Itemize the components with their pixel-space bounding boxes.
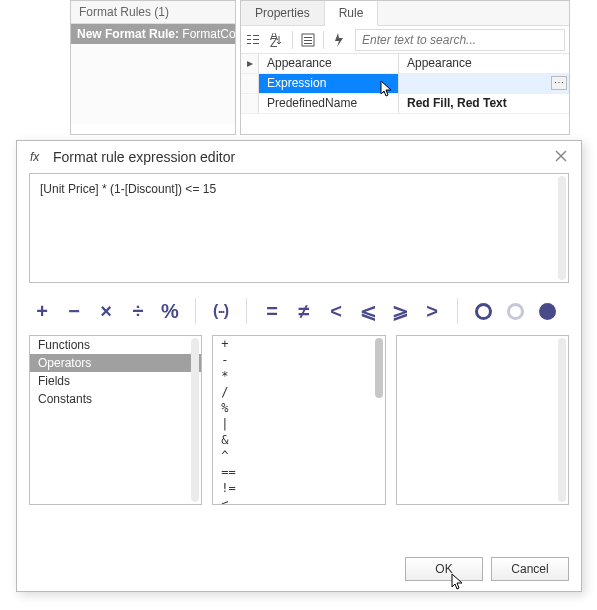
format-rules-header: Format Rules (1) — [71, 1, 235, 24]
op-lessequal-button[interactable]: ⩽ — [355, 298, 381, 324]
op-and-button[interactable] — [470, 303, 496, 320]
rule-item-type: FormatCon — [179, 27, 235, 41]
op-less-button[interactable]: < — [323, 298, 349, 324]
op-percent-button[interactable]: % — [157, 298, 183, 324]
tab-rule[interactable]: Rule — [325, 1, 379, 26]
ok-button[interactable]: OK — [405, 557, 483, 581]
svg-rect-0 — [247, 35, 251, 36]
scrollbar[interactable] — [558, 176, 566, 280]
dialog-title: Format rule expression editor — [53, 149, 235, 165]
category-item-fields[interactable]: Fields — [30, 372, 201, 390]
list-item[interactable]: & — [213, 432, 384, 448]
grid-row-appearance[interactable]: ▸ Appearance Appearance — [241, 54, 569, 74]
grid-key: PredefinedName — [259, 94, 399, 113]
op-multiply-button[interactable]: × — [93, 298, 119, 324]
grid-val: Appearance — [399, 54, 569, 73]
svg-rect-3 — [253, 35, 259, 36]
operator-toolbar: + − × ÷ % (•••) = ≠ < ⩽ ⩾ > — [29, 295, 569, 327]
categorized-icon[interactable] — [242, 29, 264, 51]
svg-rect-11 — [304, 43, 312, 44]
scrollbar-thumb[interactable] — [375, 338, 383, 398]
svg-text:fx: fx — [30, 150, 40, 164]
list-item[interactable]: == — [213, 464, 384, 480]
op-minus-button[interactable]: − — [61, 298, 87, 324]
category-item-functions[interactable]: Functions — [30, 336, 201, 354]
svg-rect-5 — [253, 43, 259, 44]
cancel-button[interactable]: Cancel — [491, 557, 569, 581]
op-parentheses-button[interactable]: (•••) — [208, 298, 234, 324]
list-item[interactable]: % — [213, 400, 384, 416]
svg-rect-4 — [253, 39, 259, 40]
list-item[interactable]: + — [213, 336, 384, 352]
svg-rect-9 — [304, 37, 312, 38]
expression-text: [Unit Price] * (1-[Discount]) <= 15 — [40, 182, 216, 196]
expand-arrow-icon[interactable]: ▸ — [241, 54, 259, 73]
property-grid-panel: Properties Rule AZ ▸ Appearance — [240, 0, 570, 135]
grid-key: Expression — [259, 74, 399, 93]
op-divide-button[interactable]: ÷ — [125, 298, 151, 324]
list-item[interactable]: - — [213, 352, 384, 368]
category-item-operators[interactable]: Operators — [30, 354, 201, 372]
grid-key: Appearance — [259, 54, 399, 73]
tab-properties[interactable]: Properties — [241, 1, 325, 25]
alphabetical-icon[interactable]: AZ — [266, 29, 288, 51]
scrollbar[interactable] — [558, 338, 566, 502]
list-item[interactable]: / — [213, 384, 384, 400]
grid-row-predefinedname[interactable]: PredefinedName Red Fill, Red Text — [241, 94, 569, 114]
expression-editor-icon: fx — [29, 149, 45, 165]
svg-text:Z: Z — [270, 36, 277, 47]
op-notequal-button[interactable]: ≠ — [291, 298, 317, 324]
list-item[interactable]: < — [213, 496, 384, 505]
list-item[interactable]: != — [213, 480, 384, 496]
svg-rect-2 — [247, 43, 251, 44]
scrollbar[interactable] — [191, 338, 199, 502]
expression-editor-dialog: fx Format rule expression editor [Unit P… — [16, 140, 582, 592]
format-rules-panel: Format Rules (1) New Format Rule: Format… — [70, 0, 236, 135]
grid-val[interactable]: ⋯ — [399, 74, 569, 93]
events-icon[interactable] — [328, 29, 350, 51]
list-item[interactable]: ^ — [213, 448, 384, 464]
expression-textarea[interactable]: [Unit Price] * (1-[Discount]) <= 15 — [29, 173, 569, 283]
svg-rect-1 — [247, 39, 251, 40]
format-rule-item[interactable]: New Format Rule: FormatCon — [71, 24, 235, 44]
collection-editor-icon[interactable] — [297, 29, 319, 51]
description-box — [396, 335, 569, 505]
grid-row-expression[interactable]: Expression ⋯ — [241, 74, 569, 94]
op-equal-button[interactable]: = — [259, 298, 285, 324]
svg-rect-10 — [304, 40, 312, 41]
close-icon[interactable] — [555, 150, 569, 164]
search-input[interactable] — [355, 29, 565, 51]
list-item[interactable]: * — [213, 368, 384, 384]
op-plus-button[interactable]: + — [29, 298, 55, 324]
op-not-button[interactable] — [534, 303, 560, 320]
op-or-button[interactable] — [502, 303, 528, 320]
ellipsis-button[interactable]: ⋯ — [551, 76, 567, 90]
operator-listbox[interactable]: + - * / % | & ^ == != < — [212, 335, 385, 505]
category-listbox[interactable]: Functions Operators Fields Constants — [29, 335, 202, 505]
list-item[interactable]: | — [213, 416, 384, 432]
rule-item-prefix: New Format Rule: — [77, 27, 179, 41]
op-greaterequal-button[interactable]: ⩾ — [387, 298, 413, 324]
op-greater-button[interactable]: > — [419, 298, 445, 324]
grid-val: Red Fill, Red Text — [399, 94, 569, 113]
category-item-constants[interactable]: Constants — [30, 390, 201, 408]
